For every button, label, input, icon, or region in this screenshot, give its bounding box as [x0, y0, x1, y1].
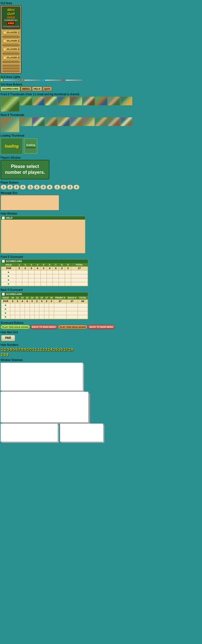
back9-p3-h11 [15, 311, 20, 315]
gui-logo-title: MiniGolf [3, 8, 19, 16]
current-hole-2[interactable]: 2 [1, 352, 3, 357]
front9-p1-h3 [28, 270, 34, 274]
light-slider-4[interactable] [66, 80, 82, 81]
player-btn-3-4[interactable]: 4 [73, 185, 80, 190]
hole-num-4[interactable]: 4 [9, 347, 12, 352]
hole-num-2[interactable]: 2 [3, 347, 6, 352]
thumb-hole-8[interactable] [108, 96, 120, 106]
thumb-hole-1-small[interactable] [20, 96, 32, 106]
help-window-checkbox[interactable] [2, 217, 5, 219]
player-3-button[interactable]: PLAYER 3 [2, 47, 20, 52]
back9-p4-h14 [30, 315, 34, 319]
thumb-hole-12[interactable] [45, 117, 57, 126]
thumb-hole-2[interactable] [32, 96, 45, 106]
play-hole-again-button[interactable]: PLAY THIS HOLE AGAIN [1, 325, 30, 329]
light-slider-3[interactable] [45, 80, 62, 81]
player-btn-1-3[interactable]: 3 [13, 185, 20, 190]
thumb-hole-7[interactable] [95, 96, 107, 106]
thumb-hole-9[interactable] [120, 96, 133, 106]
scorecard-button[interactable]: SCORECARD [1, 87, 20, 91]
player-btn-1-4[interactable]: 4 [20, 185, 26, 190]
menu-button[interactable]: MENU [21, 87, 32, 91]
front9-p4-h6 [47, 282, 53, 286]
section-label-gui-lights: GUI Area Lights [0, 75, 202, 79]
help-button[interactable]: HELP [32, 87, 42, 91]
hole-num-12[interactable]: 12 [37, 347, 42, 352]
back9-par-back: 27 [66, 299, 78, 303]
back9-p1-h15 [34, 303, 39, 307]
player-btn-3-1[interactable]: 1 [54, 185, 60, 190]
thumb-hole-1-big[interactable] [1, 96, 20, 112]
back9-thumbnails [1, 117, 201, 132]
player-btn-2-2[interactable]: 2 [34, 185, 40, 190]
thumb-hole-17[interactable] [108, 117, 120, 126]
back-main-menu-button-2[interactable]: BACK TO MAIN MENU [88, 325, 115, 329]
thumb-hole-4[interactable] [57, 96, 70, 106]
front9-p1-total [71, 270, 88, 274]
thumb-hole-3[interactable] [45, 96, 57, 106]
light-slider-1[interactable] [4, 80, 20, 81]
current-hole-3[interactable]: 3 [3, 352, 6, 357]
player-1-button[interactable]: PLAYER 1 [2, 30, 20, 35]
thumb-hole-5[interactable] [70, 96, 82, 106]
gui-logo-open: OPEN [3, 16, 19, 19]
hole-num-11[interactable]: 11 [32, 347, 37, 352]
hole-num-10[interactable]: 10 [27, 347, 32, 352]
hole-num-18[interactable]: 18 [68, 347, 74, 352]
player-btn-2-3[interactable]: 3 [40, 185, 46, 190]
thumb-hole-14[interactable] [70, 117, 82, 126]
hole-num-8[interactable]: 8 [21, 347, 23, 352]
quit-button[interactable]: QUIT [43, 87, 52, 91]
hole-num-1[interactable]: 1 [1, 347, 3, 352]
back9-p1-h12 [20, 303, 25, 307]
player-1-face [3, 31, 6, 34]
hole-num-13[interactable]: 13 [42, 347, 47, 352]
thumb-hole-11[interactable] [32, 117, 45, 126]
back9-th-13: 13 [25, 296, 30, 299]
front9-p1-h6 [47, 270, 53, 274]
hole-num-17[interactable]: 17 [63, 347, 68, 352]
thumb-hole-6[interactable] [83, 96, 95, 106]
thumb-hole-16[interactable] [95, 117, 107, 126]
back9-p3-h14 [30, 311, 34, 315]
gui-logo: MiniGolf OPEN POWERED BY KING Candyland.… [2, 6, 20, 29]
current-hole-4[interactable]: 4 [6, 352, 9, 357]
back9-scorecard-check[interactable] [2, 293, 5, 296]
front9-thumbnails [1, 96, 201, 112]
player-btn-1-1[interactable]: 1 [1, 185, 7, 190]
player-btn-3-2[interactable]: 2 [61, 185, 67, 190]
player-btn-2-1[interactable]: 1 [27, 185, 33, 190]
section-label-gui-buttons: GUI Area Buttons [0, 83, 202, 86]
hole-num-3[interactable]: 3 [6, 347, 9, 352]
back9-p2-arrow: ► [1, 307, 10, 311]
play-hole-again-button-2[interactable]: PLAY THIS HOLE AGAIN [58, 325, 87, 329]
hole-num-16[interactable]: 16 [58, 347, 63, 352]
back9-p2-h14 [30, 307, 34, 311]
player-4-label: PLAYER 4 [7, 56, 19, 59]
thumb-hole-13[interactable] [57, 117, 70, 126]
player-btn-3-3[interactable]: 3 [67, 185, 73, 190]
back9-th-back9: BACK 9 [66, 296, 78, 299]
thumb-hole-18[interactable] [120, 117, 133, 126]
hole-numbers-all: 1 2 3 4 5 6 7 8 9 10 11 12 13 14 15 16 1… [1, 347, 201, 352]
player-4-button[interactable]: PLAYER 4 [2, 55, 20, 60]
hole-num-7[interactable]: 7 [18, 347, 21, 352]
hole-num-15[interactable]: 15 [53, 347, 58, 352]
player-btn-1-2[interactable]: 2 [7, 185, 13, 190]
hole-num-9[interactable]: 9 [24, 347, 27, 352]
player-2-button[interactable]: PLAYER 2 [2, 39, 20, 44]
thumb-hole-10-small[interactable] [20, 117, 32, 126]
front9-th-5: 5 [40, 263, 47, 266]
front9-p1-h1 [16, 270, 22, 274]
front9-scorecard-check[interactable] [2, 260, 5, 263]
thumb-hole-10-big[interactable] [1, 117, 20, 132]
back-main-menu-button[interactable]: BACK TO MAIN MENU [30, 325, 57, 329]
hole-num-6[interactable]: 6 [15, 347, 18, 352]
hole-num-5[interactable]: 5 [12, 347, 15, 352]
gui-area-lights [1, 79, 201, 81]
thumb-hole-15[interactable] [83, 117, 95, 126]
light-slider-2[interactable] [24, 80, 41, 81]
player-btn-2-4[interactable]: 4 [47, 185, 53, 190]
hole-num-14[interactable]: 14 [47, 347, 53, 352]
front9-p4-total [71, 282, 88, 286]
